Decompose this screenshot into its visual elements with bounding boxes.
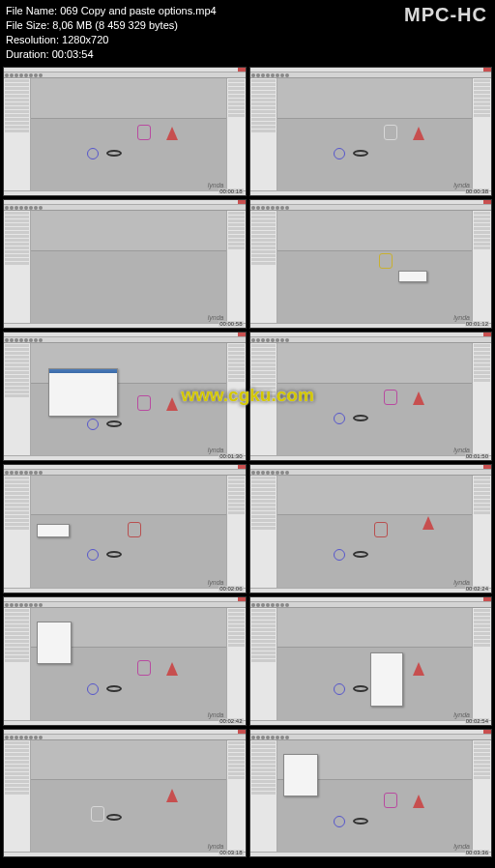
- thumbnail-grid: lynda00:00:18lynda00:00:38lynda00:00:58l…: [0, 65, 495, 860]
- left-panel: [250, 740, 277, 853]
- thumb-timecode: 00:00:58: [218, 321, 243, 327]
- app-statusbar: [250, 323, 492, 328]
- thumbnail-5[interactable]: lynda00:01:50: [249, 332, 493, 461]
- cone-shape: [413, 127, 424, 140]
- left-panel: [4, 476, 31, 588]
- close-icon: [483, 333, 491, 336]
- right-panel: [226, 476, 246, 588]
- right-panel: [472, 78, 491, 190]
- thumbnail-4[interactable]: lynda00:01:30: [3, 332, 247, 461]
- app-statusbar: [250, 852, 492, 856]
- app-statusbar: [4, 190, 246, 195]
- close-icon: [238, 333, 246, 336]
- sphere-shape: [334, 148, 345, 159]
- cone-shape: [413, 795, 424, 808]
- app-statusbar: [4, 323, 246, 328]
- torus-shape: [106, 685, 122, 692]
- thumb-timecode: 00:01:50: [465, 453, 489, 459]
- dialog-box: [37, 524, 70, 537]
- close-icon: [483, 597, 491, 601]
- thumbnail-6[interactable]: lynda00:02:06: [3, 464, 247, 593]
- thumbnail-2[interactable]: lynda00:00:58: [3, 199, 247, 329]
- close-icon: [238, 68, 246, 72]
- thumbnail-1[interactable]: lynda00:00:38: [249, 67, 493, 196]
- cylinder-shape: [374, 522, 388, 537]
- sphere-shape: [334, 549, 345, 561]
- close-icon: [238, 465, 246, 469]
- viewport-3d: lynda: [31, 211, 226, 323]
- player-header: MPC-HC File Name: 069 Copy and paste opt…: [0, 0, 495, 65]
- viewport-3d: lynda: [277, 78, 473, 190]
- right-panel: [226, 343, 246, 455]
- dialog-box: [48, 368, 118, 417]
- thumb-timecode: 00:02:06: [218, 586, 243, 592]
- cone-shape: [166, 397, 178, 411]
- thumb-timecode: 00:00:38: [465, 188, 489, 194]
- cone-shape: [413, 391, 424, 405]
- thumb-watermark: lynda: [208, 843, 224, 850]
- meta-duration: Duration: 00:03:54: [6, 47, 489, 62]
- cylinder-shape: [137, 125, 151, 140]
- cone-shape: [166, 789, 178, 802]
- left-panel: [250, 608, 277, 720]
- cylinder-shape: [379, 253, 393, 269]
- right-panel: [226, 211, 246, 323]
- thumb-timecode: 00:01:12: [465, 321, 489, 327]
- cylinder-shape: [384, 390, 397, 405]
- right-panel: [226, 740, 246, 853]
- left-panel: [4, 740, 31, 853]
- dialog-box: [370, 652, 403, 707]
- thumb-watermark: lynda: [453, 843, 470, 850]
- close-icon: [483, 68, 491, 72]
- thumb-watermark: lynda: [208, 314, 224, 321]
- thumb-watermark: lynda: [453, 711, 470, 718]
- thumb-watermark: lynda: [453, 314, 470, 321]
- thumbnail-9[interactable]: lynda00:02:54: [249, 596, 493, 726]
- sphere-shape: [334, 816, 345, 827]
- thumb-watermark: lynda: [453, 579, 470, 586]
- thumb-watermark: lynda: [208, 447, 224, 453]
- close-icon: [483, 730, 491, 734]
- dialog-box: [283, 754, 318, 796]
- cylinder-shape: [137, 660, 151, 676]
- right-panel: [472, 608, 491, 720]
- torus-shape: [106, 814, 122, 821]
- left-panel: [250, 343, 277, 455]
- thumbnail-10[interactable]: lynda00:03:18: [3, 729, 247, 858]
- app-statusbar: [250, 588, 492, 593]
- meta-resolution: Resolution: 1280x720: [6, 33, 489, 47]
- thumbnail-0[interactable]: lynda00:00:18: [3, 67, 247, 196]
- app-statusbar: [4, 852, 246, 856]
- right-panel: [226, 608, 246, 720]
- cylinder-shape: [128, 522, 141, 537]
- torus-shape: [106, 420, 122, 427]
- viewport-3d: lynda: [31, 476, 226, 588]
- viewport-3d: lynda: [31, 740, 226, 853]
- right-panel: [472, 211, 491, 323]
- left-panel: [250, 211, 277, 323]
- player-logo: MPC-HC: [404, 4, 487, 26]
- thumb-timecode: 00:02:42: [218, 718, 243, 724]
- thumbnail-11[interactable]: lynda00:03:36: [249, 729, 493, 858]
- cone-shape: [166, 127, 178, 140]
- right-panel: [472, 476, 491, 588]
- left-panel: [4, 343, 31, 455]
- right-panel: [472, 343, 491, 455]
- cone-shape: [413, 662, 424, 676]
- cone-shape: [422, 516, 434, 530]
- thumbnail-3[interactable]: lynda00:01:12: [249, 199, 493, 329]
- left-panel: [4, 608, 31, 720]
- close-icon: [238, 597, 246, 601]
- thumb-timecode: 00:03:36: [465, 850, 489, 855]
- thumb-watermark: lynda: [208, 711, 224, 718]
- thumb-watermark: lynda: [208, 182, 224, 188]
- app-statusbar: [250, 190, 492, 195]
- thumb-timecode: 00:03:18: [218, 850, 243, 855]
- torus-shape: [106, 551, 122, 558]
- close-icon: [483, 200, 491, 204]
- thumbnail-8[interactable]: lynda00:02:42: [3, 596, 247, 726]
- thumbnail-7[interactable]: lynda00:02:24: [249, 464, 493, 593]
- thumb-watermark: lynda: [453, 182, 470, 188]
- sphere-shape: [334, 413, 345, 424]
- viewport-3d: lynda: [31, 608, 226, 720]
